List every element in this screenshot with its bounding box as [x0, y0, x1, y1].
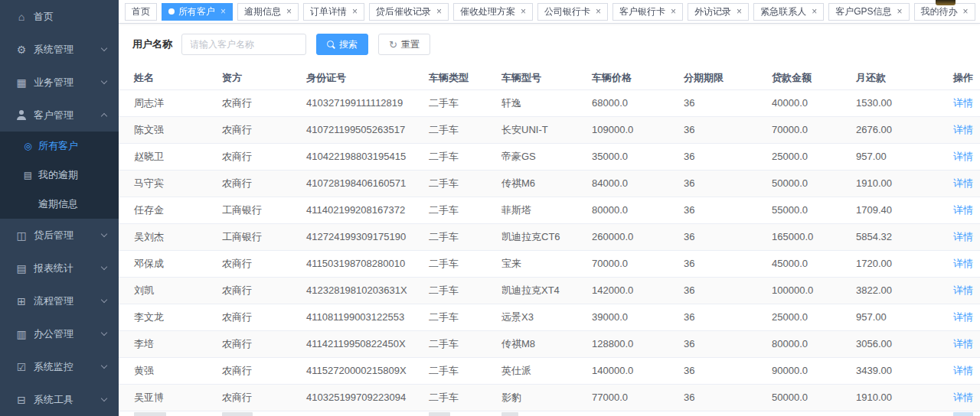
clipped-text: [429, 412, 450, 416]
cell-v_model: 凯迪拉克CT6: [501, 223, 592, 250]
cell-funder: 工商银行: [222, 223, 306, 250]
tab-collection-records[interactable]: 贷后催收记录×: [369, 3, 449, 21]
cell-v_model: 远景X3: [501, 304, 592, 330]
cell-term: 36: [684, 384, 772, 411]
cell-name: 陈文强: [119, 116, 222, 143]
cell-id_no: 410728198406160571: [306, 170, 429, 197]
sidebar-item-office[interactable]: ▥办公管理: [0, 317, 119, 350]
detail-link[interactable]: 详情: [953, 97, 973, 109]
tab-label: 订单详情: [310, 5, 347, 18]
tab-home[interactable]: 首页: [125, 3, 157, 21]
tab-visit-records[interactable]: 外访记录×: [688, 3, 749, 21]
cell-term: 36: [684, 357, 772, 384]
cell-monthly: 1709.40: [856, 197, 953, 223]
cell-v_type: 二手车: [429, 384, 501, 411]
detail-link[interactable]: 详情: [953, 284, 973, 296]
close-icon[interactable]: ×: [521, 7, 526, 16]
tab-customer-bank-card[interactable]: 客户银行卡×: [612, 3, 683, 21]
chevron-down-icon: [101, 362, 107, 369]
column-header-funder: 资方: [222, 67, 306, 89]
tab-emergency-contacts[interactable]: 紧急联系人×: [753, 3, 824, 21]
cell-funder: 农商行: [222, 89, 306, 116]
cell-funder: 农商行: [222, 304, 306, 330]
close-icon[interactable]: ×: [897, 7, 902, 16]
sidebar-item-home[interactable]: ⌂首页: [0, 0, 119, 33]
close-icon[interactable]: ×: [671, 7, 676, 16]
cell-action: 详情: [953, 143, 980, 170]
close-icon[interactable]: ×: [352, 7, 358, 16]
table-body: 周志洋农商行410327199111112819二手车轩逸68000.03640…: [119, 89, 980, 416]
column-header-monthly: 月还款: [856, 67, 953, 89]
tab-order-details[interactable]: 订单详情×: [303, 3, 364, 21]
sidebar-item-my-overdue[interactable]: ▤我的逾期: [0, 161, 119, 190]
tab-customer-gps[interactable]: 客户GPS信息×: [828, 3, 909, 21]
close-icon[interactable]: ×: [220, 7, 226, 16]
sidebar-item-customers[interactable]: 客户管理: [0, 99, 119, 132]
cell-v_type: 二手车: [429, 197, 501, 223]
chevron-down-icon: [101, 264, 107, 270]
tab-label: 逾期信息: [244, 5, 281, 18]
cell-monthly: 3439.00: [856, 357, 953, 384]
chevron-down-icon: [101, 395, 107, 401]
cell-term: 36: [684, 330, 772, 357]
close-icon[interactable]: ×: [737, 7, 742, 16]
detail-link[interactable]: 详情: [953, 177, 973, 189]
sidebar-item-post-loan[interactable]: ◫贷后管理: [0, 219, 119, 252]
detail-link[interactable]: 详情: [953, 338, 973, 349]
detail-link[interactable]: 详情: [953, 392, 973, 403]
close-icon[interactable]: ×: [436, 7, 442, 16]
search-button[interactable]: 搜索: [316, 34, 368, 55]
tab-label: 首页: [132, 5, 150, 18]
chevron-down-icon: [101, 45, 107, 51]
avatar[interactable]: [936, 0, 956, 5]
column-header-v_type: 车辆类型: [429, 67, 501, 89]
cell-monthly: 1720.00: [856, 250, 953, 277]
sidebar-item-reports[interactable]: ▤报表统计: [0, 252, 119, 284]
table-row: 吴亚博农商行410325199709223094二手车影豹77000.03650…: [119, 384, 980, 411]
tab-company-bank-card[interactable]: 公司银行卡×: [537, 3, 608, 21]
gear-icon: ⚙: [14, 44, 29, 56]
cell-partial: [119, 411, 222, 416]
sidebar-item-tools[interactable]: ⊟系统工具: [0, 383, 119, 416]
cell-name: 吴刘杰: [119, 223, 222, 250]
detail-link[interactable]: 详情: [953, 204, 973, 216]
table-row: 马守宾农商行410728198406160571二手车传祺M684000.036…: [119, 170, 980, 197]
close-icon[interactable]: ×: [286, 7, 292, 16]
cell-id_no: 410325199709223094: [306, 384, 429, 411]
search-input[interactable]: [181, 34, 306, 55]
cell-loan: 90000.0: [772, 357, 856, 384]
table-row: 赵晓卫农商行410422198803195415二手车帝豪GS35000.036…: [119, 143, 980, 170]
tab-label: 客户GPS信息: [835, 5, 891, 18]
detail-link[interactable]: 详情: [953, 365, 973, 376]
close-icon[interactable]: ×: [596, 7, 601, 16]
tab-all-customers[interactable]: 所有客户×: [162, 3, 233, 21]
detail-link[interactable]: 详情: [953, 311, 973, 323]
sidebar-item-process[interactable]: ⊞流程管理: [0, 284, 119, 317]
cell-funder: 农商行: [222, 357, 306, 384]
cell-price: 35000.0: [592, 143, 684, 170]
sidebar-item-business[interactable]: ▦业务管理: [0, 66, 119, 99]
reset-button[interactable]: ↻ 重置: [378, 34, 430, 55]
tab-overdue-info[interactable]: 逾期信息×: [237, 3, 299, 21]
cell-action: 详情: [953, 89, 980, 116]
tabs-bar: 首页所有客户×逾期信息×订单详情×贷后催收记录×催收处理方案×公司银行卡×客户银…: [119, 0, 980, 24]
close-icon[interactable]: ×: [963, 7, 969, 16]
cell-name: 刘凯: [119, 277, 222, 304]
sidebar-item-system[interactable]: ⚙系统管理: [0, 33, 119, 66]
detail-link[interactable]: 详情: [953, 258, 973, 269]
sidebar-item-all-customers[interactable]: ◎所有客户: [0, 132, 119, 161]
table-row: 刘凯农商行41232819810203631X二手车凯迪拉克XT4142000.…: [119, 277, 980, 304]
close-icon[interactable]: ×: [812, 7, 817, 16]
monitor-icon: ☑: [14, 361, 29, 373]
cell-price: 84000.0: [592, 170, 684, 197]
detail-link[interactable]: 详情: [953, 124, 973, 135]
sidebar-item-monitor[interactable]: ☑系统监控: [0, 350, 119, 383]
cell-funder: 农商行: [222, 143, 306, 170]
detail-link[interactable]: 详情: [953, 151, 973, 162]
tab-collection-plan[interactable]: 催收处理方案×: [453, 3, 533, 21]
cell-v_model: 菲斯塔: [501, 197, 592, 223]
sidebar-item-overdue-info[interactable]: 逾期信息: [0, 190, 119, 219]
search-label: 用户名称: [132, 37, 172, 51]
detail-link[interactable]: 详情: [953, 231, 973, 242]
clipped-text: [501, 412, 518, 416]
